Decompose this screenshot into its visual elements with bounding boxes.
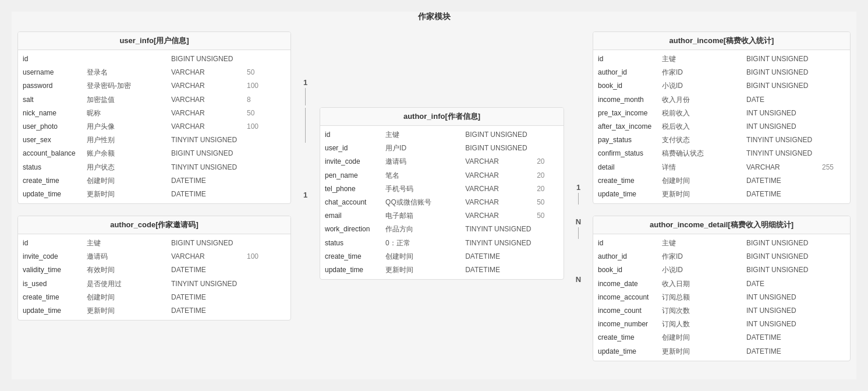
table-row: create_time 创建时间 DATETIME	[18, 291, 290, 304]
field-cn: 账户余额	[87, 148, 139, 159]
canvas: 作家模块 user_info[用户信息] id BIGINT UNSIGNED …	[12, 12, 856, 379]
table-row: status 0：正常 TINYINT UNSIGNED	[320, 237, 564, 250]
field-name: detail	[598, 162, 662, 173]
field-len: 20	[537, 170, 559, 181]
table-row: author_id 作家ID BIGINT UNSIGNED	[593, 250, 850, 263]
field-cn: 电子邮箱	[385, 210, 435, 221]
field-type: INT UNSIGNED	[746, 108, 822, 119]
table-row: invite_code 邀请码 VARCHAR 100	[18, 250, 290, 263]
conn-label-1a: 1	[303, 78, 307, 87]
field-cn: 主键	[662, 238, 714, 249]
field-name: create_time	[23, 292, 87, 303]
table-row: pay_status 支付状态 TINYINT UNSIGNED	[593, 133, 850, 147]
field-cn: 主键	[662, 54, 714, 65]
field-name: income_number	[598, 319, 662, 330]
field-name: income_account	[598, 292, 662, 303]
field-type: TINYINT UNSIGNED	[171, 135, 247, 146]
field-name: validity_time	[23, 265, 87, 276]
field-cn: 用户ID	[385, 143, 435, 154]
field-name: update_time	[598, 189, 662, 200]
field-len: 100	[247, 251, 270, 262]
table-row: income_count 订阅次数 INT UNSIGNED	[593, 304, 850, 318]
field-type: BIGINT UNSIGNED	[171, 238, 247, 249]
table-row: user_photo 用户头像 VARCHAR 100	[18, 120, 290, 133]
table-row: nick_name 昵称 VARCHAR 50	[18, 107, 290, 120]
field-cn: 详情	[662, 162, 714, 173]
field-name: is_used	[23, 279, 87, 290]
field-name: nick_name	[23, 108, 87, 119]
table-row: create_time 创建时间 DATETIME	[18, 174, 290, 188]
field-cn: 主键	[385, 129, 435, 140]
field-cn: 税前收入	[662, 108, 714, 119]
field-type: TINYINT UNSIGNED	[171, 162, 247, 173]
field-name: password	[23, 80, 87, 91]
field-name: income_month	[598, 94, 662, 105]
field-type: DATETIME	[171, 265, 247, 276]
field-cn: 昵称	[87, 108, 139, 119]
field-cn: 邀请码	[385, 156, 435, 167]
field-cn: 创建时间	[662, 332, 714, 343]
table-row: income_account 订阅总额 INT UNSIGNED	[593, 291, 850, 304]
field-cn: 笔名	[385, 170, 435, 181]
field-cn: 手机号码	[385, 184, 435, 195]
table-row: create_time 创建时间 DATETIME	[593, 174, 850, 188]
field-type: BIGINT UNSIGNED	[465, 143, 537, 154]
table-row: update_time 更新时间 DATETIME	[18, 188, 290, 201]
field-cn: 加密盐值	[87, 94, 139, 105]
field-name: update_time	[23, 189, 87, 200]
field-cn: 更新时间	[87, 305, 139, 316]
field-len: 255	[822, 162, 845, 173]
table-row: is_used 是否使用过 TINYINT UNSIGNED	[18, 277, 290, 291]
field-name: update_time	[598, 346, 662, 357]
field-name: work_direction	[325, 224, 385, 235]
field-cn: 用户性别	[87, 135, 139, 146]
field-cn: 小说ID	[662, 80, 714, 91]
field-type: VARCHAR	[465, 156, 537, 167]
author-income-header: author_income[稿费收入统计]	[593, 32, 850, 50]
field-name: create_time	[23, 175, 87, 186]
field-cn: 支付状态	[662, 135, 714, 146]
field-name: author_id	[598, 251, 662, 262]
table-row: update_time 更新时间 DATETIME	[593, 188, 850, 201]
field-type: DATETIME	[171, 189, 247, 200]
field-type: INT UNSIGNED	[746, 121, 822, 132]
field-name: update_time	[325, 265, 385, 276]
field-name: status	[325, 238, 385, 249]
field-type: BIGINT UNSIGNED	[465, 129, 537, 140]
field-name: email	[325, 210, 385, 221]
field-type: TINYINT UNSIGNED	[171, 279, 247, 290]
field-name: tel_phone	[325, 184, 385, 195]
table-row: id 主键 BIGINT UNSIGNED	[593, 52, 850, 66]
field-name: income_date	[598, 279, 662, 290]
table-row: update_time 更新时间 DATETIME	[593, 345, 850, 358]
table-row: pre_tax_income 税前收入 INT UNSIGNED	[593, 107, 850, 120]
field-name: pen_name	[325, 170, 385, 181]
field-cn: 订阅人数	[662, 319, 714, 330]
field-name: invite_code	[23, 251, 87, 262]
table-row: update_time 更新时间 DATETIME	[320, 263, 564, 277]
author-code-rows: id 主键 BIGINT UNSIGNED invite_code 邀请码 VA…	[18, 234, 290, 320]
table-row: password 登录密码-加密 VARCHAR 100	[18, 79, 290, 93]
field-cn: 创建时间	[87, 175, 139, 186]
field-type: DATETIME	[465, 251, 537, 262]
field-name: create_time	[325, 251, 385, 262]
field-type: BIGINT UNSIGNED	[171, 54, 247, 65]
field-cn: 登录密码-加密	[87, 80, 139, 91]
field-cn: 税后收入	[662, 121, 714, 132]
field-name: pay_status	[598, 135, 662, 146]
field-type: DATETIME	[746, 175, 822, 186]
field-name: id	[325, 129, 385, 140]
table-row: create_time 创建时间 DATETIME	[320, 250, 564, 263]
field-len: 20	[537, 156, 559, 167]
field-name: book_id	[598, 265, 662, 276]
field-type: VARCHAR	[171, 108, 247, 119]
author-income-detail-rows: id 主键 BIGINT UNSIGNED author_id 作家ID BIG…	[593, 234, 850, 361]
table-row: email 电子邮箱 VARCHAR 50	[320, 209, 564, 223]
table-row: id BIGINT UNSIGNED	[18, 52, 290, 66]
field-len: 8	[247, 94, 270, 105]
field-type: BIGINT UNSIGNED	[171, 148, 247, 159]
field-type: VARCHAR	[171, 94, 247, 105]
field-name: id	[598, 54, 662, 65]
field-name: confirm_status	[598, 148, 662, 159]
field-cn: 更新时间	[662, 346, 714, 357]
